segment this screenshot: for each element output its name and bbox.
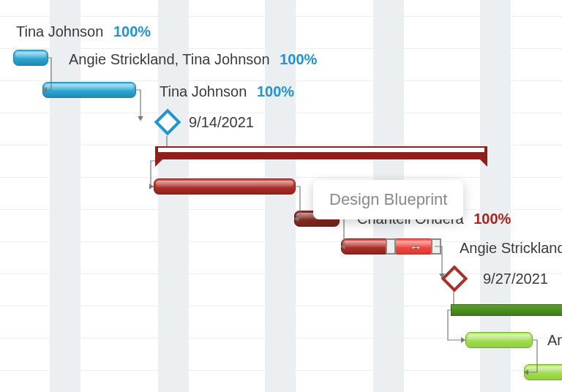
summary-bar[interactable] (451, 304, 562, 316)
task-bar[interactable] (13, 50, 48, 66)
tooltip: Design Blueprint (313, 180, 463, 219)
assignee-text: Tina Johnson (16, 23, 103, 39)
assignee-text: An (547, 332, 562, 348)
percent-complete: 100% (280, 51, 317, 67)
task-bar[interactable] (465, 332, 533, 348)
summary-bar[interactable] (155, 146, 487, 159)
milestone-label: 9/27/2021 (483, 271, 548, 287)
task-label: Tina Johnson 100% (16, 23, 151, 40)
move-cursor-icon: ↔ (409, 240, 422, 255)
grid-row (0, 80, 562, 81)
gantt-chart[interactable]: Tina Johnson 100% Angie Strickland, Tina… (0, 0, 562, 392)
milestone-icon[interactable] (441, 265, 468, 293)
task-bar[interactable] (154, 178, 296, 195)
assignee-text: Angie Strickland, Tina Johnson (69, 51, 270, 67)
grid-row (0, 16, 562, 17)
task-label: Angie Strickland (460, 240, 562, 257)
grid-row (0, 209, 562, 210)
milestone-label: 9/14/2021 (189, 114, 254, 131)
grid-row (0, 370, 562, 371)
grid-row (0, 145, 562, 146)
task-label: Tina Johnson 100% (160, 83, 294, 100)
grid-row (0, 177, 562, 178)
assignee-text: Tina Johnson (160, 83, 247, 99)
task-bar-selected[interactable]: ↔ (392, 238, 435, 255)
percent-complete: 100% (113, 23, 151, 39)
percent-complete: 100% (257, 83, 294, 99)
grid-row (0, 113, 562, 113)
assignee-text: Angie Strickland (460, 240, 562, 256)
resize-handle-left-icon[interactable] (386, 238, 396, 255)
svg-marker-1 (138, 116, 143, 121)
task-bar[interactable] (341, 238, 392, 255)
percent-complete: 100% (473, 211, 511, 227)
task-bar[interactable] (524, 364, 562, 380)
milestone-date: 9/27/2021 (483, 271, 548, 287)
grid-row (0, 48, 562, 49)
tooltip-text: Design Blueprint (329, 190, 447, 208)
task-bar[interactable] (42, 82, 136, 98)
task-label: Angie Strickland, Tina Johnson 100% (69, 51, 317, 68)
task-label: An (547, 332, 562, 349)
grid-row (0, 274, 562, 274)
resize-handle-right-icon[interactable] (431, 238, 441, 255)
milestone-date: 9/14/2021 (189, 114, 254, 130)
